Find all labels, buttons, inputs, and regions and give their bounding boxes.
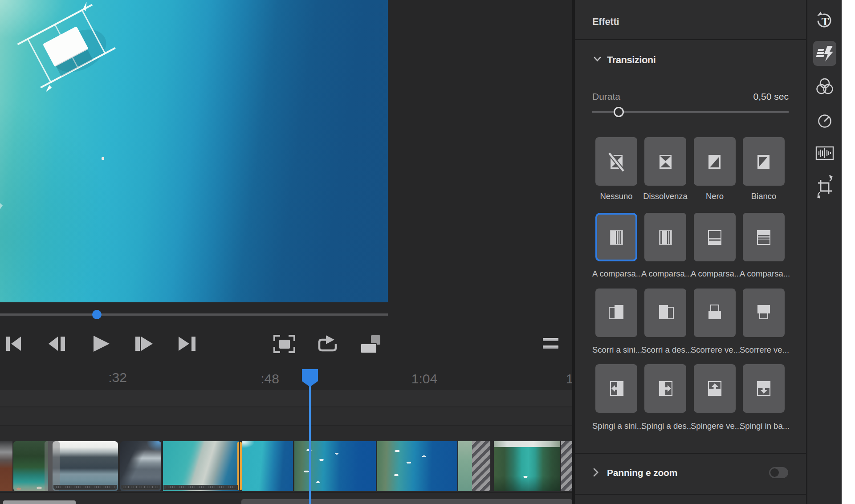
svg-text:T: T: [822, 16, 829, 28]
